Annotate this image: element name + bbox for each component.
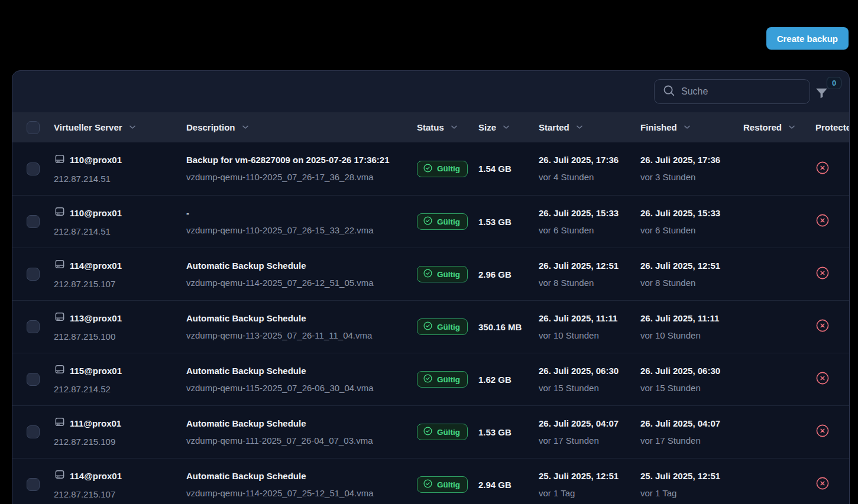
finished-date: 25. Juli 2025, 12:51 — [640, 470, 720, 482]
row-checkbox[interactable] — [27, 268, 40, 281]
chevron-down-icon[interactable] — [787, 122, 797, 134]
size-cell: 350.16 MB — [478, 301, 539, 353]
table-row: 115@prox01 212.87.214.52 Automatic Backu… — [12, 353, 849, 405]
chevron-down-icon[interactable] — [682, 122, 692, 134]
table-row: 111@prox01 212.87.215.109 Automatic Back… — [12, 405, 849, 458]
row-checkbox[interactable] — [27, 478, 40, 491]
not-protected-icon[interactable] — [815, 213, 830, 230]
server-ip: 212.87.215.107 — [54, 489, 115, 500]
finished-relative: vor 1 Tag — [640, 487, 676, 499]
server-name[interactable]: 113@prox01 — [70, 313, 122, 324]
backup-size: 1.53 GB — [478, 427, 511, 437]
finished-cell: 26. Juli 2025, 04:07 vor 17 Stunden — [640, 406, 743, 458]
server-ip: 212.87.214.51 — [54, 226, 111, 238]
chevron-down-icon[interactable] — [575, 122, 584, 134]
started-relative: vor 10 Stunden — [539, 330, 599, 342]
description-cell: Automatic Backup Schedule vzdump-qemu-11… — [186, 406, 417, 458]
check-circle-icon — [423, 216, 433, 227]
column-header-started: Started — [539, 121, 640, 134]
started-date: 26. Juli 2025, 15:33 — [539, 207, 619, 219]
not-protected-icon[interactable] — [815, 266, 830, 282]
status-badge: Gültig — [417, 424, 468, 440]
started-cell: 25. Juli 2025, 12:51 vor 1 Tag — [539, 459, 640, 504]
row-checkbox[interactable] — [27, 373, 40, 386]
toolbar: 0 — [12, 71, 849, 112]
status-label: Gültig — [437, 428, 460, 437]
status-label: Gültig — [437, 480, 460, 489]
started-date: 26. Juli 2025, 04:07 — [539, 418, 619, 430]
backup-filename: vzdump-qemu-114-2025_07_26-12_51_05.vma — [186, 277, 374, 289]
finished-relative: vor 10 Stunden — [640, 330, 701, 342]
started-date: 26. Juli 2025, 06:30 — [539, 365, 619, 377]
column-label[interactable]: Status — [417, 122, 444, 132]
not-protected-icon[interactable] — [815, 424, 830, 440]
column-header-size: Size — [478, 121, 539, 134]
check-circle-icon — [423, 268, 433, 280]
table-row: 114@prox01 212.87.215.107 Automatic Back… — [12, 458, 849, 504]
server-name[interactable]: 114@prox01 — [70, 470, 122, 482]
check-circle-icon — [423, 426, 433, 438]
column-label[interactable]: Description — [186, 122, 235, 132]
not-protected-icon[interactable] — [815, 161, 830, 177]
chevron-down-icon[interactable] — [128, 122, 137, 134]
backup-filename: vzdump-qemu-114-2025_07_25-12_51_04.vma — [186, 487, 374, 499]
server-cell: 114@prox01 212.87.215.107 — [54, 248, 186, 300]
column-label[interactable]: Started — [539, 122, 569, 132]
protected-cell — [812, 459, 850, 504]
row-checkbox[interactable] — [27, 162, 40, 175]
filter-button[interactable]: 0 — [814, 77, 841, 106]
finished-cell: 26. Juli 2025, 06:30 vor 15 Stunden — [640, 353, 743, 405]
finished-cell: 26. Juli 2025, 12:51 vor 8 Stunden — [640, 248, 743, 300]
column-label[interactable]: Size — [478, 122, 496, 132]
description-cell: - vzdump-qemu-110-2025_07_26-15_33_22.vm… — [186, 196, 417, 248]
server-drive-icon — [54, 416, 66, 431]
not-protected-icon[interactable] — [815, 476, 830, 493]
backup-filename: vzdump-qemu-110-2025_07_26-17_36_28.vma — [186, 171, 374, 183]
started-date: 26. Juli 2025, 17:36 — [539, 154, 619, 166]
server-drive-icon — [54, 363, 66, 378]
server-cell: 110@prox01 212.87.214.51 — [54, 142, 186, 195]
protected-cell — [812, 353, 850, 405]
finished-cell: 26. Juli 2025, 17:36 vor 3 Stunden — [640, 142, 743, 195]
finished-relative: vor 6 Stunden — [640, 225, 695, 236]
table-row: 110@prox01 212.87.214.51 - vzdump-qemu-1… — [12, 195, 849, 248]
chevron-down-icon[interactable] — [501, 122, 511, 134]
started-cell: 26. Juli 2025, 17:36 vor 4 Stunden — [539, 142, 640, 195]
not-protected-icon[interactable] — [815, 371, 830, 388]
check-circle-icon — [423, 321, 433, 333]
backup-filename: vzdump-qemu-111-2025_07_26-04_07_03.vma — [186, 435, 373, 447]
backup-size: 350.16 MB — [478, 322, 522, 332]
row-checkbox[interactable] — [27, 215, 40, 228]
size-cell: 1.53 GB — [478, 406, 539, 458]
server-name[interactable]: 110@prox01 — [70, 207, 122, 219]
column-label[interactable]: Virtueller Server — [54, 122, 122, 132]
server-name[interactable]: 111@prox01 — [70, 418, 121, 430]
server-drive-icon — [54, 258, 66, 273]
backup-description: Automatic Backup Schedule — [186, 365, 306, 377]
column-label[interactable]: Protected — [815, 122, 850, 132]
chevron-down-icon[interactable] — [449, 122, 459, 134]
status-label: Gültig — [437, 323, 460, 331]
row-checkbox[interactable] — [27, 425, 40, 438]
column-label[interactable]: Restored — [743, 122, 782, 132]
status-cell: Gültig — [417, 353, 478, 405]
chevron-down-icon[interactable] — [241, 122, 250, 134]
not-protected-icon[interactable] — [815, 318, 830, 335]
started-relative: vor 15 Stunden — [539, 382, 599, 394]
finished-cell: 25. Juli 2025, 12:51 vor 1 Tag — [640, 459, 743, 504]
server-name[interactable]: 114@prox01 — [70, 260, 122, 272]
server-name[interactable]: 115@prox01 — [70, 365, 122, 377]
select-all-checkbox[interactable] — [27, 121, 40, 134]
create-backup-button[interactable]: Create backup — [766, 27, 849, 50]
server-name[interactable]: 110@prox01 — [70, 154, 122, 166]
column-label[interactable]: Finished — [640, 122, 677, 132]
row-checkbox[interactable] — [27, 320, 40, 333]
finished-date: 26. Juli 2025, 17:36 — [640, 154, 720, 166]
search-box[interactable] — [654, 79, 810, 104]
server-cell: 113@prox01 212.87.215.100 — [54, 301, 186, 353]
status-cell: Gültig — [417, 406, 478, 458]
select-all-cell — [12, 121, 54, 134]
search-input[interactable] — [681, 86, 802, 97]
finished-relative: vor 8 Stunden — [640, 277, 695, 289]
server-ip: 212.87.215.107 — [54, 278, 115, 290]
